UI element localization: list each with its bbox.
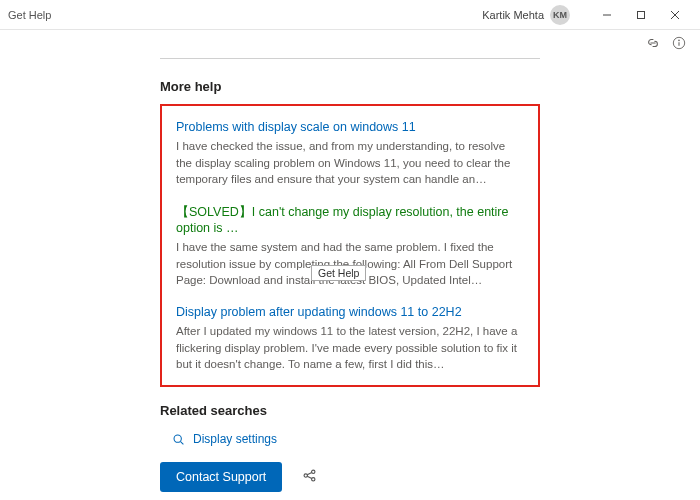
toolbar bbox=[0, 30, 700, 58]
svg-line-8 bbox=[181, 441, 184, 444]
contact-support-button[interactable]: Contact Support bbox=[160, 462, 282, 492]
maximize-button[interactable] bbox=[624, 4, 658, 26]
related-item[interactable]: Display settings bbox=[172, 428, 540, 450]
result-snippet: I have checked the issue, and from my un… bbox=[176, 138, 524, 188]
result-item[interactable]: Problems with display scale on windows 1… bbox=[176, 120, 524, 188]
result-item[interactable]: Display problem after updating windows 1… bbox=[176, 305, 524, 373]
result-title[interactable]: 【SOLVED】I can't change my display resolu… bbox=[176, 204, 524, 235]
svg-line-20 bbox=[308, 473, 313, 475]
result-snippet: After I updated my windows 11 to the lat… bbox=[176, 323, 524, 373]
window-controls bbox=[590, 4, 692, 26]
more-help-heading: More help bbox=[160, 79, 540, 94]
related-label: Display settings bbox=[193, 432, 277, 446]
info-icon[interactable] bbox=[672, 36, 686, 53]
minimize-button[interactable] bbox=[590, 4, 624, 26]
maximize-icon bbox=[636, 10, 646, 20]
svg-point-18 bbox=[304, 474, 307, 477]
tooltip: Get Help bbox=[311, 265, 366, 281]
related-searches-list: Display settings Display brightness Disp… bbox=[160, 428, 540, 458]
main-content: More help Problems with display scale on… bbox=[160, 58, 540, 458]
user-name: Kartik Mehta bbox=[482, 9, 544, 21]
search-icon bbox=[172, 433, 185, 446]
minimize-icon bbox=[602, 10, 612, 20]
close-icon bbox=[670, 10, 680, 20]
svg-rect-1 bbox=[638, 11, 645, 18]
svg-point-19 bbox=[312, 478, 315, 481]
highlighted-results: Problems with display scale on windows 1… bbox=[160, 104, 540, 387]
app-title: Get Help bbox=[8, 9, 51, 21]
footer: Contact Support bbox=[160, 462, 317, 492]
link-icon[interactable] bbox=[646, 36, 660, 53]
divider bbox=[160, 58, 540, 59]
related-heading: Related searches bbox=[160, 403, 540, 418]
svg-point-7 bbox=[174, 435, 181, 442]
result-title[interactable]: Display problem after updating windows 1… bbox=[176, 305, 524, 319]
close-button[interactable] bbox=[658, 4, 692, 26]
related-item[interactable]: Display brightness bbox=[172, 456, 540, 458]
result-title[interactable]: Problems with display scale on windows 1… bbox=[176, 120, 524, 134]
share-icon[interactable] bbox=[302, 468, 317, 486]
svg-point-5 bbox=[678, 39, 680, 41]
avatar[interactable]: KM bbox=[550, 5, 570, 25]
svg-line-21 bbox=[308, 476, 313, 478]
titlebar: Get Help Kartik Mehta KM bbox=[0, 0, 700, 30]
svg-point-17 bbox=[312, 470, 315, 473]
